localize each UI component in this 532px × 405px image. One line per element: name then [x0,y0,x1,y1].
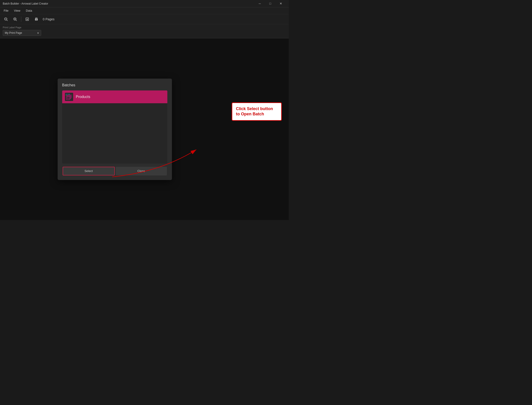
dropdown-arrow-icon: ∨ [37,31,39,34]
callout-box: Click Select button to Open Batch [232,102,282,121]
select-button[interactable]: Select [63,167,115,176]
zoom-in-button[interactable] [11,15,19,23]
svg-rect-11 [36,20,37,20]
svg-point-12 [37,19,37,20]
zoom-out-button[interactable] [2,15,10,23]
batches-dialog: Batches ARROWAT LABEL [58,79,172,180]
menu-file[interactable]: File [1,8,11,13]
title-bar: Batch Builder - Arrowat Label Creator ─ … [0,0,289,7]
batch-icon: ARROWAT LABEL [65,93,73,101]
maximize-button[interactable]: □ [265,0,276,7]
svg-rect-19 [68,94,72,98]
svg-line-6 [16,20,17,21]
batch-item-products[interactable]: ARROWAT LABEL Products [62,90,167,103]
svg-line-2 [7,20,7,21]
content-wrapper: Batches ARROWAT LABEL [0,38,289,220]
dialog-buttons: Select Close [62,167,167,176]
print-label-title: Print Label Page [3,26,286,29]
app-window: Batch Builder - Arrowat Label Creator ─ … [0,0,289,220]
title-bar-text: Batch Builder - Arrowat Label Creator [3,2,48,5]
batch-name: Products [76,95,90,99]
close-button[interactable]: ✕ [276,0,286,7]
title-bar-controls: ─ □ ✕ [255,0,286,7]
print-button[interactable] [32,15,41,23]
modal-overlay: Batches ARROWAT LABEL [0,38,289,220]
minimize-button[interactable]: ─ [255,0,265,7]
print-label-selected: My Print Page [5,31,22,34]
toolbar-separator [21,16,21,22]
toolbar: 0 Pages [0,14,289,24]
menu-view[interactable]: View [11,8,23,13]
export-button[interactable] [23,15,31,23]
batches-list: ARROWAT LABEL Products [62,90,167,163]
close-dialog-button[interactable]: Close [116,167,167,176]
dialog-title: Batches [62,83,167,87]
svg-rect-10 [36,18,37,19]
print-label-area: Print Label Page My Print Page ∨ [0,24,289,38]
callout-annotation: Click Select button to Open Batch [232,102,282,121]
callout-text: Click Select button to Open Batch [236,107,273,116]
menu-bar: File View Data [0,7,289,14]
pages-label: 0 Pages [43,17,55,21]
menu-data[interactable]: Data [23,8,35,13]
print-label-dropdown[interactable]: My Print Page ∨ [3,30,41,36]
